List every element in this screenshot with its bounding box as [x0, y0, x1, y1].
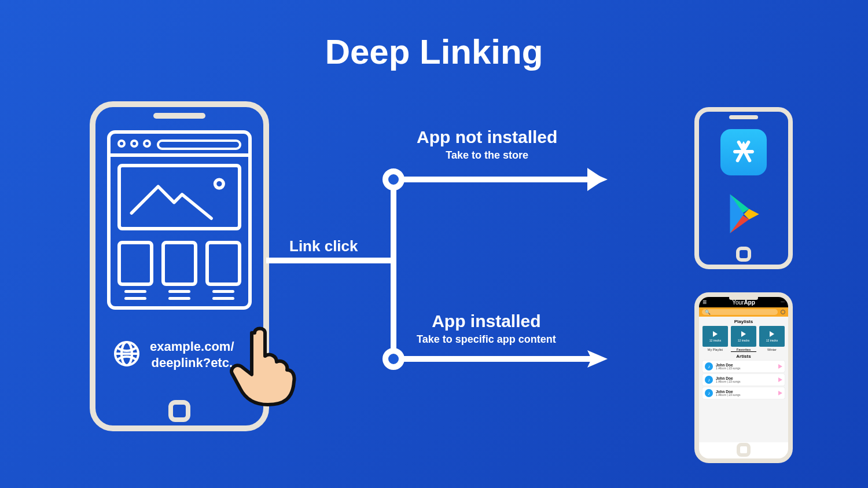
tab-my-playlist[interactable]: My Playlist [703, 348, 728, 352]
more-icon[interactable]: ⋯ [781, 300, 785, 304]
search-icon: 🔍 [705, 310, 711, 315]
phone-home-button [737, 443, 751, 457]
phone-speaker [729, 296, 758, 300]
playlist-tiles: 12 tracks 12 tracks 12 tracks [703, 326, 785, 347]
branch-installed: App installed Take to specific app conte… [417, 311, 556, 346]
store-phone [694, 107, 793, 269]
window-dots [117, 140, 151, 148]
card-placeholder [117, 241, 153, 286]
section-label-artists: Artists [703, 354, 785, 359]
mic-icon[interactable] [781, 310, 785, 314]
address-bar [157, 140, 241, 150]
mountain-icon [121, 167, 238, 227]
play-icon [770, 331, 774, 337]
browser-toolbar [111, 134, 248, 157]
page-title: Deep Linking [0, 32, 868, 72]
artist-row[interactable]: ♪ John Doe1 Album | 23 songs [703, 387, 785, 399]
play-outline-icon[interactable] [778, 377, 782, 382]
svg-point-9 [385, 351, 402, 367]
link-click-label: Link click [289, 237, 358, 255]
play-store-icon [722, 190, 766, 236]
play-outline-icon[interactable] [778, 364, 782, 369]
your-app-phone: ≡ YourApp ⋯ 🔍 Playlists 12 tracks 12 tra… [694, 292, 793, 463]
phone-speaker [729, 115, 758, 119]
branch-not-installed: App not installed Take to the store [417, 127, 557, 162]
app-brand: YourApp [710, 299, 777, 306]
artist-row[interactable]: ♪ John Doe1 Album | 23 songs [703, 361, 785, 372]
hero-image-placeholder [117, 164, 241, 230]
wireframe-browser [107, 130, 252, 310]
card-placeholder [161, 241, 197, 286]
card-row [117, 241, 241, 286]
svg-point-0 [215, 179, 224, 188]
play-icon [741, 331, 746, 337]
avatar-icon: ♪ [705, 389, 713, 397]
hamburger-icon[interactable]: ≡ [703, 299, 707, 306]
playlist-tabs: My Playlist Favorites Winter [703, 348, 785, 352]
playlist-tile[interactable]: 12 tracks [759, 326, 785, 347]
playlist-tile[interactable]: 12 tracks [703, 326, 728, 347]
artist-row[interactable]: ♪ John Doe1 Album | 23 songs [703, 374, 785, 386]
tab-winter[interactable]: Winter [759, 348, 785, 352]
play-icon [713, 331, 718, 337]
app-store-icon [720, 129, 767, 175]
card-placeholder [205, 241, 241, 286]
svg-point-8 [385, 171, 402, 188]
deep-link-url: example.com/ deeplink?etc. [150, 339, 234, 370]
tab-favorites[interactable]: Favorites [731, 348, 756, 352]
phone-home-button [168, 400, 190, 422]
play-outline-icon[interactable] [778, 391, 782, 395]
avatar-icon: ♪ [705, 362, 713, 370]
phone-home-button [736, 247, 751, 262]
globe-icon [113, 340, 141, 370]
avatar-icon: ♪ [705, 376, 713, 384]
section-label-playlists: Playlists [703, 319, 785, 324]
search-bar[interactable]: 🔍 [699, 307, 788, 317]
phone-speaker [153, 113, 205, 119]
playlist-tile[interactable]: 12 tracks [731, 326, 756, 347]
